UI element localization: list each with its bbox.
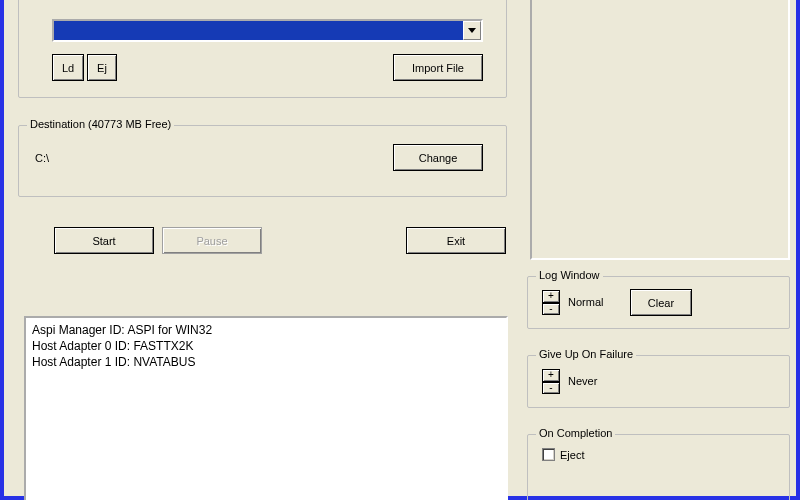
give-up-group-title: Give Up On Failure (536, 348, 636, 360)
on-completion-group-title: On Completion (536, 427, 615, 439)
change-button[interactable]: Change (393, 144, 483, 171)
log-window-spinner[interactable]: + - (542, 290, 560, 315)
import-file-button[interactable]: Import File (393, 54, 483, 81)
eject-checkbox[interactable] (542, 448, 555, 461)
give-up-value: Never (568, 375, 597, 387)
log-line: Host Adapter 1 ID: NVATABUS (32, 354, 500, 370)
eject-button[interactable]: Ej (87, 54, 117, 81)
destination-group-title: Destination (40773 MB Free) (27, 118, 174, 130)
pause-button: Pause (162, 227, 262, 254)
spinner-down-button[interactable]: - (542, 303, 560, 316)
log-output: Aspi Manager ID: ASPI for WIN32Host Adap… (24, 316, 508, 500)
right-panel (530, 0, 790, 260)
log-window-value: Normal (568, 296, 603, 308)
give-up-spinner[interactable]: + - (542, 369, 560, 394)
chevron-down-icon (468, 28, 476, 33)
log-line: Aspi Manager ID: ASPI for WIN32 (32, 322, 500, 338)
eject-checkbox-row[interactable]: Eject (542, 448, 584, 461)
source-dropdown[interactable] (52, 19, 483, 42)
log-line: Host Adapter 0 ID: FASTTX2K (32, 338, 500, 354)
destination-group: Destination (40773 MB Free) C:\ Change (18, 125, 507, 197)
spinner-down-button[interactable]: - (542, 382, 560, 395)
load-button[interactable]: Ld (52, 54, 84, 81)
clear-button[interactable]: Clear (630, 289, 692, 316)
start-button[interactable]: Start (54, 227, 154, 254)
source-dropdown-button[interactable] (463, 21, 481, 40)
eject-checkbox-label: Eject (560, 449, 584, 461)
log-window-group-title: Log Window (536, 269, 603, 281)
spinner-up-button[interactable]: + (542, 290, 560, 303)
destination-path: C:\ (35, 152, 49, 164)
source-group: Ld Ej Import File (18, 0, 507, 98)
log-window-group: Log Window + - Normal Clear (527, 276, 790, 329)
spinner-up-button[interactable]: + (542, 369, 560, 382)
source-dropdown-field[interactable] (54, 21, 463, 40)
on-completion-group: On Completion Eject (527, 434, 790, 500)
give-up-group: Give Up On Failure + - Never (527, 355, 790, 408)
exit-button[interactable]: Exit (406, 227, 506, 254)
